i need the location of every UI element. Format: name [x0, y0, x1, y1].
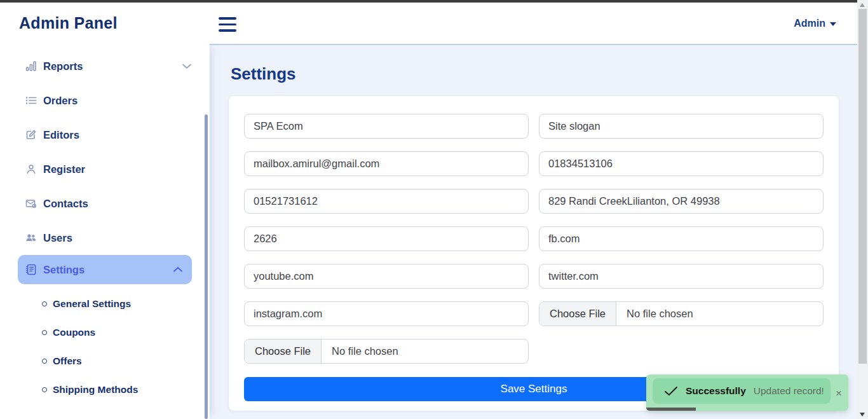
sidebar-item-label: Orders: [43, 95, 78, 107]
email-input[interactable]: [244, 151, 529, 176]
window-scrollbar[interactable]: [857, 0, 868, 419]
file-upload-input-2[interactable]: Choose File No file chosen: [244, 339, 529, 364]
admin-panel-page: Admin Panel Admin Reports: [0, 0, 868, 419]
user-menu-label: Admin: [794, 18, 825, 29]
scroll-down-icon[interactable]: [860, 413, 865, 416]
instagram-input[interactable]: [244, 301, 529, 326]
submenu-item-label: Coupons: [53, 327, 95, 338]
address-input[interactable]: [539, 189, 824, 214]
caret-down-icon: [830, 22, 836, 26]
circle-bullet-icon: [42, 301, 47, 306]
sidebar-item-contacts[interactable]: Contacts: [0, 186, 210, 221]
phone-2-input[interactable]: [244, 189, 529, 214]
sidebar-item-register[interactable]: Register: [0, 152, 210, 186]
circle-bullet-icon: [42, 387, 47, 392]
sidebar-item-editors[interactable]: Editors: [0, 118, 210, 152]
phone-input[interactable]: [539, 151, 824, 176]
scroll-up-icon[interactable]: [860, 3, 865, 7]
sidebar-item-settings[interactable]: Settings: [18, 255, 192, 284]
toast-body: Successfully Updated record!: [653, 378, 831, 404]
choose-file-button[interactable]: Choose File: [539, 302, 616, 326]
chevron-down-icon: [182, 63, 192, 69]
brand-title: Admin Panel: [19, 14, 118, 32]
chevron-up-icon: [173, 266, 183, 273]
submenu-item-coupons[interactable]: Coupons: [0, 318, 210, 347]
circle-bullet-icon: [42, 330, 47, 335]
submenu-item-label: Shipping Methods: [53, 384, 138, 395]
mail-at-icon: [25, 198, 37, 209]
sidebar-item-orders[interactable]: Orders: [0, 83, 210, 118]
success-toast: Successfully Updated record! ×: [646, 374, 848, 411]
youtube-input[interactable]: [244, 264, 529, 289]
edit-icon: [25, 129, 37, 141]
circle-bullet-icon: [42, 359, 47, 364]
sidebar-scrollbar[interactable]: [205, 114, 208, 419]
file-upload-input-1[interactable]: Choose File No file chosen: [539, 301, 824, 326]
toast-title: Successfully: [686, 385, 746, 397]
main-content: Settings Choose File No file chosen: [210, 44, 857, 419]
submenu-item-label: General Settings: [53, 298, 131, 310]
choose-file-button[interactable]: Choose File: [245, 340, 322, 363]
journal-icon: [25, 264, 37, 275]
file-status-text: No file chosen: [322, 345, 398, 357]
site-slogan-input[interactable]: [539, 114, 824, 139]
sidebar-item-label: Settings: [43, 264, 85, 276]
sidebar-item-reports[interactable]: Reports: [0, 49, 210, 83]
sidebar-item-users[interactable]: Users: [0, 221, 210, 255]
sidebar-item-label: Editors: [43, 129, 79, 141]
site-name-input[interactable]: [244, 114, 529, 139]
sidebar: Reports Orders: [0, 44, 210, 419]
settings-form-card: Choose File No file chosen Choose File N…: [229, 96, 839, 411]
list-icon: [25, 95, 37, 106]
users-icon: [25, 232, 37, 244]
submenu-item-shipping-methods[interactable]: Shipping Methods: [0, 375, 210, 404]
hamburger-menu-icon[interactable]: [219, 17, 236, 32]
scrollbar-thumb[interactable]: [858, 9, 867, 364]
sidebar-item-label: Contacts: [43, 198, 88, 210]
page-title: Settings: [231, 64, 296, 84]
user-menu-dropdown[interactable]: Admin: [794, 18, 836, 29]
sidebar-item-label: Register: [43, 163, 85, 175]
close-icon[interactable]: ×: [836, 387, 842, 398]
sidebar-item-label: Users: [43, 232, 72, 244]
sidebar-item-label: Reports: [43, 60, 83, 72]
settings-form: Choose File No file chosen Choose File N…: [244, 114, 824, 364]
file-status-text: No file chosen: [616, 308, 693, 320]
person-icon: [25, 163, 37, 175]
toast-progress-bar: [646, 408, 696, 411]
facebook-input[interactable]: [539, 226, 824, 251]
bar-chart-icon: [25, 60, 37, 72]
submenu-item-offers[interactable]: Offers: [0, 347, 210, 375]
submenu-item-label: Offers: [53, 355, 82, 367]
settings-submenu: General Settings Coupons Offers Shipping…: [0, 284, 210, 404]
code-input[interactable]: [244, 226, 529, 251]
toast-message: Updated record!: [754, 385, 824, 397]
header: Admin Panel Admin: [0, 3, 857, 44]
twitter-input[interactable]: [539, 264, 824, 289]
sidebar-nav: Reports Orders: [0, 44, 210, 284]
submenu-item-general-settings[interactable]: General Settings: [0, 289, 210, 318]
checkmark-icon: [664, 386, 678, 396]
